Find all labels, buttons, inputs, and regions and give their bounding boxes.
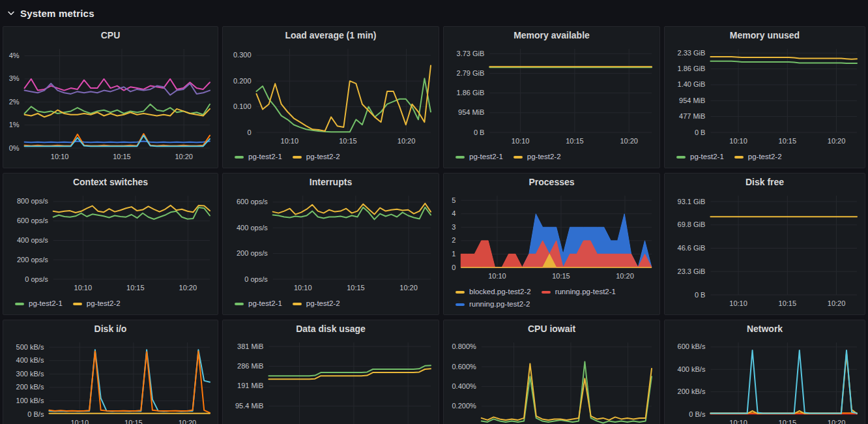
legend: pg-test2-1pg-test2-2 [665,149,865,163]
chart-network[interactable]: 0 B/s200 kB/s400 kB/s600 kB/s10:1010:151… [665,337,865,424]
svg-text:10:10: 10:10 [294,284,312,292]
legend-label: pg-test2-2 [306,151,340,163]
chart-context-switches[interactable]: 0 ops/s200 ops/s400 ops/s600 ops/s800 op… [3,190,218,296]
panel-memory-unused: Memory unused 0 B477 MiB954 MiB1.40 GiB1… [664,26,865,168]
chart-svg-disk-free: 0 B23.3 GiB46.6 GiB69.8 GiB93.1 GiB10:10… [665,190,865,309]
legend-item-pg-test2-2[interactable]: pg-test2-2 [514,151,561,163]
panels-grid: CPU 0%1%2%3%4%10:1010:1510:20 Load avera… [0,26,868,424]
chart-cpu-iowait[interactable]: 0.200%0.400%0.600%0.800%10:1010:1510:20 [444,337,659,424]
chart-svg-processes: 01234510:1010:1510:20 [444,190,659,282]
chart-disk-free[interactable]: 0 B23.3 GiB46.6 GiB69.8 GiB93.1 GiB10:10… [665,190,865,312]
svg-text:200 kB/s: 200 kB/s [16,383,44,391]
legend-swatch [73,303,82,305]
panel-title-memory-available[interactable]: Memory available [444,27,659,44]
svg-text:2: 2 [452,236,456,244]
svg-text:4: 4 [452,209,456,217]
svg-text:10:10: 10:10 [74,284,93,292]
chart-interrupts[interactable]: 0 ops/s200 ops/s400 ops/s600 ops/s10:101… [223,190,439,296]
svg-text:5: 5 [452,196,456,204]
legend-item-pg-test2-2[interactable]: pg-test2-2 [73,297,121,310]
chart-svg-memory-unused: 0 B477 MiB954 MiB1.40 GiB1.86 GiB2.33 Gi… [665,44,865,147]
svg-text:4%: 4% [9,52,20,59]
legend-item-running.pg-test2-1[interactable]: running.pg-test2-1 [542,286,616,298]
panel-title-network[interactable]: Network [665,320,865,337]
chart-svg-cpu-iowait: 0.200%0.400%0.600%0.800%10:1010:1510:20 [444,337,659,424]
svg-text:10:15: 10:15 [779,299,797,307]
legend-item-running.pg-test2-2[interactable]: running.pg-test2-2 [456,298,530,310]
svg-text:10:15: 10:15 [124,419,143,424]
svg-text:10:10: 10:10 [70,419,89,424]
svg-text:0.100: 0.100 [233,102,252,110]
panel-title-disk-io[interactable]: Disk i/o [3,320,218,337]
panel-title-memory-unused[interactable]: Memory unused [665,27,865,44]
legend: blocked.pg-test2-2running.pg-test2-1runn… [444,284,659,310]
panel-memory-available: Memory available 0 B954 MiB1.86 GiB2.79 … [443,26,660,168]
svg-text:46.6 GiB: 46.6 GiB [678,244,706,252]
legend-item-pg-test2-1[interactable]: pg-test2-1 [235,151,282,163]
chart-load-average[interactable]: 00.1000.2000.30010:1010:1510:20 [223,44,439,149]
svg-text:1: 1 [452,250,456,258]
svg-text:286 MiB: 286 MiB [237,362,263,370]
panel-title-context-switches[interactable]: Context switches [3,174,218,190]
chart-svg-network: 0 B/s200 kB/s400 kB/s600 kB/s10:1010:151… [665,337,865,424]
svg-text:0.200%: 0.200% [452,402,476,410]
chart-disk-io[interactable]: 0 B/s100 kB/s200 kB/s300 kB/s400 kB/s500… [3,337,218,424]
legend [3,165,218,166]
legend-swatch [456,156,465,159]
svg-text:0 ops/s: 0 ops/s [25,275,48,283]
svg-text:400 kB/s: 400 kB/s [678,365,706,373]
legend-swatch [293,303,302,305]
svg-text:69.8 GiB: 69.8 GiB [678,220,706,228]
chart-data-disk-usage[interactable]: 95.4 MiB191 MiB286 MiB381 MiB10:1010:151… [223,337,439,424]
svg-text:10:15: 10:15 [126,284,145,292]
legend-swatch [235,303,244,305]
legend-item-blocked.pg-test2-2[interactable]: blocked.pg-test2-2 [456,286,531,298]
legend-item-pg-test2-2[interactable]: pg-test2-2 [293,297,340,310]
svg-text:10:10: 10:10 [488,272,506,280]
svg-text:10:20: 10:20 [179,284,197,292]
svg-text:10:15: 10:15 [339,137,357,145]
svg-text:10:15: 10:15 [566,137,584,145]
legend-item-pg-test2-1[interactable]: pg-test2-1 [676,151,724,163]
svg-text:200 ops/s: 200 ops/s [17,256,48,264]
chart-svg-disk-io: 0 B/s100 kB/s200 kB/s300 kB/s400 kB/s500… [3,337,218,424]
panel-title-processes[interactable]: Processes [444,174,659,190]
panel-processes: Processes 01234510:1010:1510:20 blocked.… [443,173,660,315]
chart-processes[interactable]: 01234510:1010:1510:20 [444,190,659,284]
svg-text:0 B/s: 0 B/s [689,410,706,418]
section-row-system-metrics[interactable]: System metrics [0,0,868,26]
svg-text:400 ops/s: 400 ops/s [237,224,268,232]
panel-title-cpu[interactable]: CPU [3,27,218,44]
panel-title-cpu-iowait[interactable]: CPU iowait [444,320,659,337]
legend-label: pg-test2-1 [690,151,724,163]
svg-text:2.33 GiB: 2.33 GiB [678,49,706,57]
svg-text:0.400%: 0.400% [452,382,476,390]
legend: pg-test2-1pg-test2-2 [223,296,439,310]
svg-text:0.200: 0.200 [233,77,252,85]
panel-title-data-disk-usage[interactable]: Data disk usage [223,320,439,337]
svg-text:3%: 3% [9,74,20,82]
svg-text:10:15: 10:15 [779,137,797,145]
chart-memory-unused[interactable]: 0 B477 MiB954 MiB1.40 GiB1.86 GiB2.33 Gi… [665,44,865,149]
legend-item-pg-test2-2[interactable]: pg-test2-2 [734,151,782,163]
svg-text:191 MiB: 191 MiB [237,382,263,389]
svg-text:400 ops/s: 400 ops/s [17,236,48,244]
legend-label: running.pg-test2-2 [469,298,530,310]
legend-label: pg-test2-1 [248,151,282,163]
svg-text:400 kB/s: 400 kB/s [16,356,44,364]
svg-text:1.40 GiB: 1.40 GiB [678,80,706,88]
legend-item-pg-test2-1[interactable]: pg-test2-1 [15,297,63,310]
panel-title-interrupts[interactable]: Interrupts [223,174,439,190]
legend-item-pg-test2-2[interactable]: pg-test2-2 [293,151,340,163]
chart-memory-available[interactable]: 0 B954 MiB1.86 GiB2.79 GiB3.73 GiB10:101… [444,44,659,149]
panel-title-disk-free[interactable]: Disk free [665,174,865,190]
svg-text:10:20: 10:20 [616,272,634,280]
svg-text:0.300: 0.300 [233,51,252,59]
svg-text:10:15: 10:15 [113,153,131,160]
legend-item-pg-test2-1[interactable]: pg-test2-1 [235,297,282,310]
svg-text:0 B/s: 0 B/s [27,410,44,418]
chart-cpu[interactable]: 0%1%2%3%4%10:1010:1510:20 [3,44,218,165]
legend-item-pg-test2-1[interactable]: pg-test2-1 [456,151,503,163]
panel-title-load-average[interactable]: Load average (1 min) [223,27,439,44]
svg-text:0 B: 0 B [695,291,706,299]
